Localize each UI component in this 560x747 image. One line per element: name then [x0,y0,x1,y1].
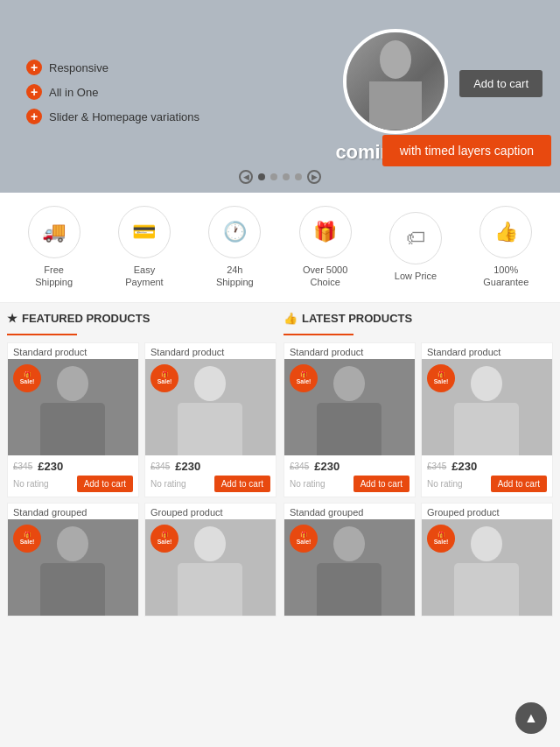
svg-point-13 [471,366,502,401]
payment-icon: 💳 [118,206,171,258]
product-image-2: 🎁 Sale! [145,359,276,455]
no-rating-2: No rating [150,479,186,489]
svg-point-16 [57,526,88,561]
dot-3[interactable] [283,173,290,180]
plus-icon-3: + [26,109,42,124]
gift-sale-icon-6: 🎁 [161,532,169,539]
svg-rect-23 [317,563,382,616]
old-price-3: £345 [290,462,309,471]
latest-grid-row2: Standad grouped 🎁 Sale! Grouped product [284,503,553,617]
features-bar: 🚚 FreeShipping 💳 EasyPayment 🕐 24hShippi… [0,193,560,303]
product-image-5: 🎁 Sale! [8,519,138,616]
product-image-6: 🎁 Sale! [145,519,276,616]
plus-icon-2: + [26,84,42,100]
svg-rect-11 [317,403,382,455]
sale-badge-2: 🎁 Sale! [150,364,178,392]
plus-icon: + [26,60,42,75]
feature-allinone-label: All in One [49,86,98,99]
feature-slider: + Slider & Homepage variations [26,109,257,124]
featured-title: ★ FEATURED PRODUCTS [7,312,276,325]
product-image-1: 🎁 Sale! [8,359,138,455]
product-card-8: Grouped product 🎁 Sale! [421,503,553,617]
add-to-cart-4[interactable]: Add to cart [491,476,547,492]
hero-pagination: ◀ ▶ [239,170,321,184]
guarantee-label: 100%Guarantee [483,264,528,289]
feature-free-shipping: 🚚 FreeShipping [15,206,94,289]
gift-icon: 🎁 [299,206,352,258]
feature-responsive-label: Responsive [49,61,108,74]
svg-rect-8 [178,403,242,455]
gift-sale-icon-8: 🎁 [438,532,445,539]
clock-icon: 🕐 [208,206,261,258]
gift-sale-icon-2: 🎁 [161,371,169,378]
dot-4[interactable] [295,173,302,180]
product-card-7: Standad grouped 🎁 Sale! [284,503,416,617]
product-type-5: Standad grouped [8,504,138,519]
sale-badge-3: 🎁 Sale! [290,364,318,392]
add-to-cart-3[interactable]: Add to cart [354,476,410,492]
gift-sale-icon-5: 🎁 [24,532,32,539]
thumbsup-icon-latest: 👍 [284,312,298,325]
featured-divider [7,334,77,335]
product-type-8: Grouped product [422,504,552,519]
sale-label-2: Sale! [158,378,172,384]
svg-point-25 [471,526,502,561]
product-type-3: Standard product [284,343,415,359]
new-price-4: £230 [452,460,477,473]
sale-badge-4: 🎁 Sale! [427,364,455,392]
next-dot[interactable]: ▶ [307,170,321,184]
add-to-cart-2[interactable]: Add to cart [214,476,270,492]
sale-badge-7: 🎁 Sale! [290,525,318,553]
feature-24h-shipping: 🕐 24hShipping [195,206,274,289]
product-card-6: Grouped product 🎁 Sale! [144,503,276,617]
sale-badge-6: 🎁 Sale! [150,525,178,553]
svg-point-19 [194,526,226,561]
product-type-1: Standard product [8,343,138,359]
dot-2[interactable] [270,173,277,180]
feature-allinone: + All in One [26,84,257,100]
latest-product-grid: Standard product 🎁 Sale! £345 [284,342,553,497]
svg-rect-26 [454,563,519,616]
sale-label-5: Sale! [20,539,35,545]
svg-rect-17 [40,563,105,616]
featured-row2: Standad grouped 🎁 Sale! Grouped product [7,503,280,617]
gift-sale-icon-1: 🎁 [24,371,32,378]
sale-badge-1: 🎁 Sale! [13,364,41,392]
product-type-4: Standard product [422,343,552,359]
no-rating-1: No rating [13,479,49,489]
sale-label-6: Sale! [158,539,172,545]
feature-choice: 🎁 Over 5000Choice [286,206,365,289]
svg-point-7 [194,366,226,401]
sale-label-4: Sale! [434,378,449,384]
product-card-1: Standard product 🎁 Sale! £345 [7,342,139,497]
timed-layers-button[interactable]: with timed layers caption [382,135,551,166]
product-image-3: 🎁 Sale! [284,359,415,455]
old-price-2: £345 [150,462,170,471]
gift-sale-icon-7: 🎁 [300,532,308,539]
featured-product-grid: Standard product 🎁 Sale! £345 [7,342,276,497]
avatar-image [346,32,444,130]
latest-products-section: 👍 LATEST PRODUCTS Standard product 🎁 Sal… [280,312,553,497]
old-price-4: £345 [427,462,446,471]
truck-icon: 🚚 [28,206,80,258]
svg-point-4 [57,366,88,401]
hero-features: + Responsive + All in One + Slider & Hom… [26,60,257,133]
svg-point-0 [380,40,411,79]
sale-badge-8: 🎁 Sale! [427,525,455,553]
product-card-2: Standard product 🎁 Sale! £345 [144,342,276,497]
tag-icon: 🏷 [389,212,442,264]
sale-label-8: Sale! [434,539,449,545]
hero-add-to-cart-button[interactable]: Add to cart [459,70,542,97]
dot-1[interactable] [258,173,265,180]
prev-dot[interactable]: ◀ [239,170,253,184]
free-shipping-label: FreeShipping [35,264,73,289]
product-footer-4: £345 £230 No rating Add to cart [422,455,552,497]
product-type-2: Standard product [145,343,276,359]
hero-avatar [343,29,448,134]
feature-responsive: + Responsive [26,60,257,75]
add-to-cart-1[interactable]: Add to cart [77,476,133,492]
no-rating-4: No rating [427,479,463,489]
no-rating-3: No rating [290,479,326,489]
sale-badge-5: 🎁 Sale! [13,525,41,553]
choice-label: Over 5000Choice [303,264,347,289]
